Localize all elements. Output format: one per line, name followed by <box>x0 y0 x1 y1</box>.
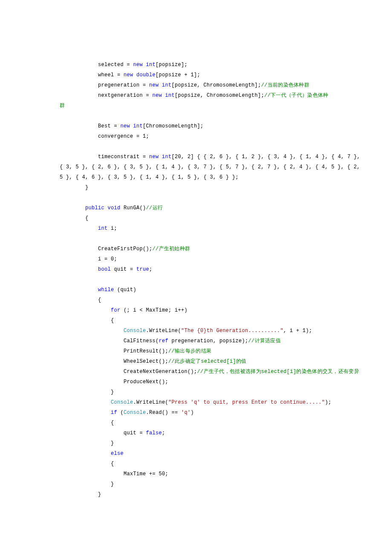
code-text <box>159 154 162 160</box>
keyword-public: public <box>85 205 104 211</box>
code-text: ); <box>325 399 331 405</box>
code-text: Best = <box>60 123 121 129</box>
code-text <box>60 266 98 272</box>
code-text: } <box>60 389 114 395</box>
code-text: } <box>60 185 89 191</box>
code-text: [popsize, ChromosomeLength]; <box>175 92 264 98</box>
keyword-true: true <box>136 266 149 272</box>
code-text: { <box>60 461 114 467</box>
keyword-ref: ref <box>159 338 169 344</box>
code-text: (quit) <box>114 287 137 293</box>
comment: //输出每步的结果 <box>168 348 211 354</box>
keyword-new: new <box>121 123 130 129</box>
keyword-void: void <box>108 205 121 211</box>
code-text <box>159 82 162 88</box>
blank-line <box>60 144 63 150</box>
comment: //产生初始种群 <box>153 246 190 252</box>
code-text: .WriteLine( <box>146 328 182 334</box>
comment: //运行 <box>146 205 163 211</box>
blank-line <box>60 277 63 283</box>
code-text: ) <box>191 410 194 416</box>
keyword-while: while <box>98 287 114 293</box>
code-text: pregeneration = <box>60 82 149 88</box>
code-text: } <box>60 440 114 446</box>
code-text: pregeneration, popsize); <box>168 338 248 344</box>
code-text: [ChromosomeLength]; <box>143 123 204 129</box>
type-console: Console <box>124 328 146 334</box>
code-text: RunGA() <box>121 205 146 211</box>
code-block: selected = new int[popsize]; wheel = new… <box>0 60 392 152</box>
keyword-double: double <box>136 72 156 78</box>
code-text: wheel = <box>60 72 124 78</box>
code-text <box>60 307 111 313</box>
code-text: selected = <box>60 62 133 68</box>
comment: //此步确定了selected[i]的值 <box>168 358 247 364</box>
type-console: Console <box>124 410 146 416</box>
keyword-int: int <box>165 92 175 98</box>
code-text: { <box>60 215 89 221</box>
code-text: [popsize + 1]; <box>156 72 200 78</box>
code-text: quit = <box>60 430 146 436</box>
code-text: CreateFirstPop(); <box>60 246 153 252</box>
code-text <box>60 225 98 231</box>
keyword-bool: bool <box>98 266 111 272</box>
char-literal: 'q' <box>181 410 191 416</box>
code-text: PrintResult(); <box>60 348 168 354</box>
code-text: (; i < MaxTime; i++) <box>121 307 188 313</box>
code-text <box>60 410 111 416</box>
blank-line <box>60 195 63 201</box>
keyword-if: if <box>111 410 117 416</box>
keyword-else: else <box>111 451 124 457</box>
keyword-int: int <box>146 62 156 68</box>
code-block: } public void RunGA()//运行 { int i; Creat… <box>0 182 392 367</box>
code-text: i; <box>108 225 118 231</box>
code-text <box>143 62 146 68</box>
keyword-new: new <box>149 82 159 88</box>
code-text: .WriteLine( <box>133 399 169 405</box>
keyword-false: false <box>146 430 162 436</box>
code-text: } <box>60 491 101 497</box>
code-text: ProduceNext(); <box>60 379 168 385</box>
code-text: { <box>60 420 114 426</box>
code-text: CalFitness( <box>60 338 159 344</box>
code-text: CreateNextGeneration(); <box>60 369 197 375</box>
code-text <box>60 328 124 334</box>
code-text: convergence = 1; <box>60 133 149 139</box>
code-text <box>60 451 111 457</box>
comment: //计算适应值 <box>248 338 281 344</box>
code-text: ; <box>162 430 165 436</box>
code-text: , i + 1); <box>283 328 312 334</box>
code-text: quit = <box>111 266 136 272</box>
code-text <box>162 92 165 98</box>
string-literal: "Press 'q' to quit, press Enter to conti… <box>168 399 325 405</box>
code-text: WheelSelect(); <box>60 358 168 364</box>
code-text <box>60 205 85 211</box>
keyword-new: new <box>124 72 133 78</box>
comment: //当前的染色体种群 <box>261 82 309 88</box>
code-text: { <box>60 297 101 303</box>
code-block-wrapped: timeconstrait = new int[20, 2] { { 2, 6 … <box>0 152 392 182</box>
code-text: timeconstrait = <box>60 154 149 160</box>
code-text: .Read() == <box>146 410 182 416</box>
document-page: selected = new int[popsize]; wheel = new… <box>0 0 392 555</box>
code-text: nextgeneration = <box>60 92 153 98</box>
keyword-new: new <box>133 62 143 68</box>
type-console: Console <box>111 399 133 405</box>
code-text <box>133 72 137 78</box>
code-block-wrapped: CreateNextGeneration();//产生子代，包括被选择为sele… <box>0 367 392 377</box>
code-text: [popsize]; <box>156 62 187 68</box>
code-text: ( <box>117 410 124 416</box>
keyword-int: int <box>133 123 143 129</box>
code-text <box>60 287 98 293</box>
code-text: { <box>60 318 114 324</box>
code-text <box>130 123 133 129</box>
code-text: i = 0; <box>60 256 117 262</box>
keyword-int: int <box>98 225 108 231</box>
code-block: ProduceNext(); } Console.WriteLine("Pres… <box>0 377 392 500</box>
keyword-int: int <box>162 154 172 160</box>
string-literal: "The {0}th Generation.........." <box>181 328 283 334</box>
blank-line <box>60 113 63 119</box>
keyword-new: new <box>153 92 162 98</box>
code-text <box>104 205 108 211</box>
keyword-new: new <box>149 154 159 160</box>
